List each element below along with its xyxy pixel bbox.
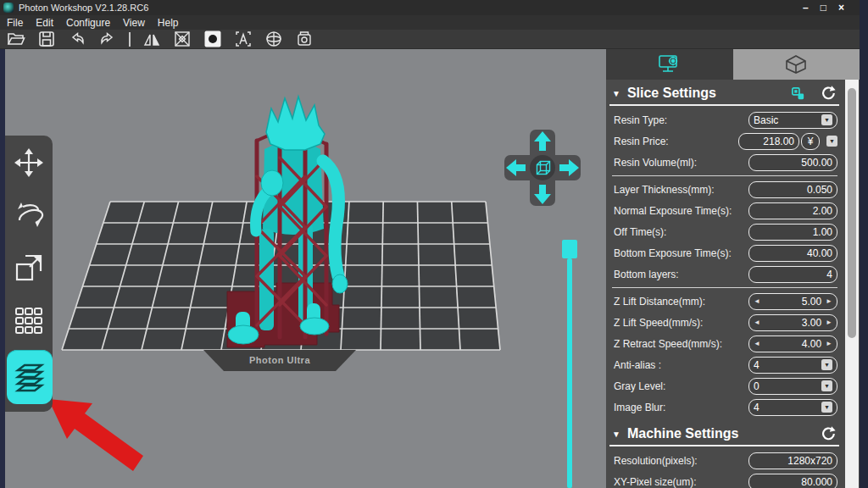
- dropdown-arrow-icon[interactable]: ▼: [821, 359, 832, 370]
- move-tool-icon[interactable]: [13, 146, 45, 180]
- menu-edit[interactable]: Edit: [36, 17, 53, 29]
- setting-row-z-lift-speed-mm-s: Z Lift Speed(mm/s):◄3.00►: [606, 312, 860, 333]
- dropdown-field[interactable]: 4▼: [748, 399, 837, 416]
- navpad-home-cube-icon[interactable]: [530, 155, 555, 180]
- dropdown-arrow-icon[interactable]: ▼: [821, 402, 832, 413]
- setting-label: Z Lift Speed(mm/s):: [614, 317, 703, 329]
- exposure-settings-group: Layer Thickness(mm):0.050Normal Exposure…: [606, 179, 860, 285]
- slice-button[interactable]: [7, 350, 53, 404]
- increment-icon[interactable]: ►: [826, 340, 832, 347]
- reset-icon[interactable]: [820, 85, 837, 102]
- save-file-icon[interactable]: [37, 30, 56, 48]
- menu-help[interactable]: Help: [158, 17, 179, 29]
- text-tool-icon[interactable]: [234, 30, 253, 48]
- dropdown-arrow-icon[interactable]: ▼: [821, 114, 832, 125]
- dropdown-field[interactable]: 4▼: [748, 357, 837, 374]
- value-field[interactable]: 218.00: [738, 133, 799, 150]
- setting-row-off-time-s: Off Time(s):1.00: [606, 221, 860, 242]
- setting-label: XY-Pixel size(um):: [614, 476, 697, 488]
- settings-panel: ▼ Slice Settings Resin Type:Basic▼Resin …: [606, 49, 860, 488]
- panel-body: ▼ Slice Settings Resin Type:Basic▼Resin …: [606, 80, 860, 488]
- value-field[interactable]: 80.000: [748, 474, 837, 488]
- separator: [612, 175, 837, 176]
- rotate-tool-icon[interactable]: [13, 198, 45, 232]
- split-model-icon[interactable]: [264, 30, 283, 48]
- value-field[interactable]: 2.00: [748, 202, 837, 219]
- scrollbar-thumb[interactable]: [848, 88, 856, 338]
- slice-settings-tab-icon: [658, 54, 681, 75]
- setting-label: Resolution(pixels):: [614, 455, 698, 467]
- stepper-field[interactable]: ◄3.00►: [748, 314, 837, 331]
- stepper-field[interactable]: ◄4.00►: [748, 336, 837, 352]
- undo-icon[interactable]: [68, 30, 86, 48]
- dropdown-field[interactable]: Basic▼: [748, 112, 837, 129]
- setting-row-anti-alias: Anti-alias :4▼: [606, 354, 860, 375]
- decrement-icon[interactable]: ◄: [754, 319, 760, 326]
- value-field[interactable]: 1.00: [748, 224, 837, 241]
- setting-row-resin-type: Resin Type:Basic▼: [606, 109, 860, 130]
- window-title: Photon Workshop V2.1.28.RC6: [19, 3, 148, 13]
- setting-label: Normal Exposure Time(s):: [614, 205, 732, 217]
- dropdown-arrow-icon[interactable]: ▼: [821, 380, 832, 391]
- menu-configure[interactable]: Configure: [66, 17, 110, 29]
- motion-settings-group: Z Lift Distance(mm):◄5.00►Z Lift Speed(m…: [606, 291, 860, 418]
- menu-file[interactable]: File: [7, 17, 23, 29]
- transfer-params-icon[interactable]: [790, 86, 806, 102]
- stepper-field[interactable]: ◄5.00►: [748, 293, 837, 310]
- decrement-icon[interactable]: ◄: [754, 340, 760, 347]
- setting-row-resin-price: Resin Price:218.00¥▼: [606, 130, 860, 152]
- viewport-3d-scene[interactable]: Photon Ultra: [0, 49, 606, 488]
- decrement-icon[interactable]: ◄: [754, 297, 760, 305]
- panel-tabs: [606, 49, 860, 80]
- window-controls: – □ ×: [803, 0, 844, 15]
- close-button[interactable]: ×: [838, 0, 844, 15]
- photon-logo-icon: [3, 3, 14, 13]
- panel-scrollbar[interactable]: [845, 80, 859, 488]
- collapse-caret-icon[interactable]: ▼: [612, 89, 620, 98]
- setting-label: Off Time(s):: [614, 226, 666, 238]
- tab-slice-settings[interactable]: [606, 49, 733, 80]
- setting-label: Z Retract Speed(mm/s):: [614, 338, 722, 350]
- value-field[interactable]: 1280x720: [748, 452, 837, 469]
- navpad: [504, 130, 581, 206]
- value-field[interactable]: 40.00: [748, 245, 837, 262]
- minimize-button[interactable]: –: [803, 0, 809, 15]
- value-field[interactable]: 4: [748, 266, 837, 283]
- maximize-button[interactable]: □: [821, 0, 826, 15]
- increment-icon[interactable]: ►: [826, 319, 832, 326]
- currency-field[interactable]: ¥: [801, 133, 820, 150]
- window-left-border: [0, 49, 5, 488]
- z-height-slider[interactable]: [567, 258, 572, 488]
- setting-row-normal-exposure-time-s: Normal Exposure Time(s):2.00: [606, 200, 860, 221]
- resin-settings-group: Resin Type:Basic▼Resin Price:218.00¥▼Res…: [606, 109, 860, 173]
- value-field[interactable]: 500.00: [748, 154, 837, 171]
- punch-hole-icon[interactable]: [203, 30, 222, 48]
- setting-label: Gray Level:: [614, 380, 665, 392]
- setting-row-bottom-exposure-time-s: Bottom Exposure Time(s):40.00: [606, 242, 860, 263]
- model-hair: [266, 97, 325, 150]
- slice-settings-title: Slice Settings: [627, 86, 716, 101]
- setting-row-bottom-layers: Bottom layers:4: [606, 263, 860, 285]
- redo-icon[interactable]: [98, 30, 117, 48]
- setting-label: Resin Type:: [614, 114, 667, 126]
- dropdown-arrow-icon[interactable]: ▼: [826, 136, 837, 147]
- clone-layout-icon[interactable]: [13, 303, 45, 337]
- mirror-icon[interactable]: [142, 30, 161, 48]
- setting-row-layer-thickness-mm: Layer Thickness(mm):0.050: [606, 179, 860, 200]
- dropdown-field[interactable]: 0▼: [748, 378, 837, 395]
- reset-icon[interactable]: [820, 425, 837, 442]
- hollow-pattern-icon[interactable]: [173, 30, 192, 48]
- machine-settings-header: ▼ Machine Settings: [609, 423, 839, 446]
- value-field[interactable]: 0.050: [748, 181, 837, 198]
- menu-view[interactable]: View: [123, 17, 145, 29]
- tab-machine[interactable]: [733, 49, 860, 80]
- toolbar-separator: [129, 32, 131, 47]
- increment-icon[interactable]: ►: [826, 297, 832, 305]
- collapse-caret-icon[interactable]: ▼: [612, 430, 620, 439]
- slice-settings-header: ▼ Slice Settings: [609, 82, 839, 106]
- z-slider-top-handle[interactable]: [562, 240, 577, 258]
- setting-label: Image Blur:: [614, 402, 665, 413]
- machine-icon[interactable]: [295, 30, 314, 48]
- scale-tool-icon[interactable]: [13, 251, 45, 285]
- open-file-icon[interactable]: [7, 30, 25, 48]
